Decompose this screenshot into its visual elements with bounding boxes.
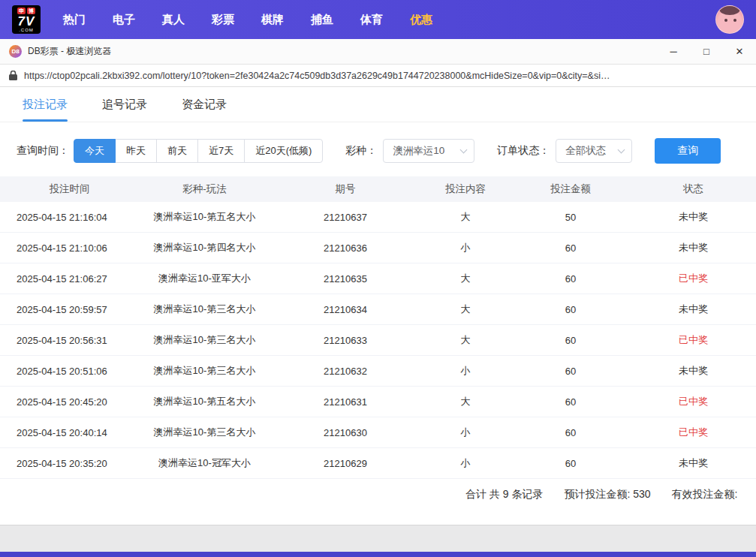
table-row: 2025-04-15 21:10:06澳洲幸运10-第四名大小21210636小… — [0, 233, 756, 263]
cell-issue: 21210633 — [270, 335, 420, 346]
lottery-select[interactable]: 澳洲幸运10 — [383, 139, 474, 163]
summary-inner: 合计 共 9 条记录 预计投注金额: 530 有效投注金额: — [465, 479, 738, 510]
nav-item-5[interactable]: 棋牌 — [261, 13, 284, 27]
time-filter-4[interactable]: 近7天 — [197, 139, 245, 163]
table-row: 2025-04-15 20:45:20澳洲幸运10-第五名大小21210631大… — [0, 387, 756, 417]
time-filter-3[interactable]: 前天 — [156, 139, 198, 163]
cell-amount: 60 — [511, 273, 631, 285]
status-filter-label: 订单状态： — [497, 144, 550, 158]
cell-time: 2025-04-15 21:06:27 — [0, 273, 139, 285]
nav-item-8[interactable]: 优惠 — [410, 13, 432, 27]
close-button[interactable]: ✕ — [723, 39, 756, 64]
table-row: 2025-04-15 20:56:31澳洲幸运10-第三名大小21210633大… — [0, 325, 756, 356]
cell-amount: 60 — [511, 335, 631, 346]
tab-3[interactable]: 资金记录 — [182, 87, 227, 122]
cell-amount: 50 — [511, 212, 631, 223]
cell-play: 澳洲幸运10-第三名大小 — [139, 364, 270, 378]
table-row: 2025-04-15 20:35:20澳洲幸运10-冠军大小21210629小6… — [0, 448, 756, 479]
cell-time: 2025-04-15 21:10:06 — [0, 242, 139, 254]
time-filter-2[interactable]: 昨天 — [115, 139, 157, 163]
cell-issue: 21210631 — [270, 396, 420, 408]
table-body: 2025-04-15 21:16:04澳洲幸运10-第五名大小21210637大… — [0, 202, 756, 479]
table-row: 2025-04-15 21:16:04澳洲幸运10-第五名大小21210637大… — [0, 202, 756, 233]
table-header: 投注时间彩种-玩法期号投注内容投注金额状态 — [0, 176, 756, 202]
cell-status: 未中奖 — [631, 210, 756, 224]
order-status-select-value: 全部状态 — [565, 144, 606, 158]
cell-amount: 60 — [511, 304, 631, 315]
site-logo-sub: .COM — [19, 28, 34, 32]
table-row: 2025-04-15 20:59:57澳洲幸运10-第三名大小21210634大… — [0, 294, 756, 325]
cell-play: 澳洲幸运10-第五名大小 — [139, 210, 270, 224]
nav-item-4[interactable]: 彩票 — [212, 13, 234, 27]
tab-1[interactable]: 投注记录 — [23, 87, 68, 122]
browser-tab-icon: D8 — [9, 45, 22, 58]
top-navigation: 申 博 7V .COM 热门电子真人彩票棋牌捕鱼体育优惠 — [0, 0, 756, 39]
nav-item-2[interactable]: 电子 — [113, 13, 135, 27]
cell-content: 大 — [420, 395, 511, 408]
cell-amount: 60 — [511, 242, 631, 254]
site-logo-cn: 申 博 — [17, 8, 35, 14]
column-header-5: 投注金额 — [511, 182, 631, 196]
summary-valid-amount: 有效投注金额: — [672, 488, 738, 501]
cell-issue: 21210629 — [270, 458, 420, 469]
summary-expected-amount: 预计投注金额: 530 — [564, 488, 650, 501]
cell-time: 2025-04-15 20:40:14 — [0, 427, 139, 438]
column-header-3: 期号 — [270, 182, 420, 196]
nav-item-6[interactable]: 捕鱼 — [311, 13, 333, 27]
cell-status: 已中奖 — [631, 333, 756, 347]
order-status-select[interactable]: 全部状态 — [556, 139, 632, 163]
cell-content: 大 — [420, 333, 511, 347]
cell-content: 小 — [420, 456, 511, 470]
cell-amount: 60 — [511, 366, 631, 377]
browser-title: DB彩票 - 极速浏览器 — [28, 45, 657, 58]
url-text[interactable]: https://ctop02pcali.2kbxi392.com/lottery… — [24, 71, 747, 81]
cell-content: 小 — [420, 241, 511, 254]
nav-item-3[interactable]: 真人 — [162, 13, 185, 27]
cell-play: 澳洲幸运10-第四名大小 — [139, 241, 270, 254]
column-header-6: 状态 — [631, 182, 756, 196]
site-logo-main: 7V — [18, 15, 35, 28]
cell-time: 2025-04-15 20:59:57 — [0, 304, 139, 315]
nav-item-7[interactable]: 体育 — [360, 13, 383, 27]
cell-play: 澳洲幸运10-第三名大小 — [139, 333, 270, 347]
cell-content: 大 — [420, 210, 511, 224]
nav-item-1[interactable]: 热门 — [63, 13, 86, 27]
column-header-1: 投注时间 — [0, 182, 139, 196]
site-logo-cn-2: 博 — [27, 8, 35, 14]
cell-status: 已中奖 — [631, 426, 756, 439]
time-filter-1[interactable]: 今天 — [74, 139, 116, 163]
summary-total: 合计 共 9 条记录 — [465, 488, 543, 501]
cell-content: 大 — [420, 303, 511, 316]
cell-play: 澳洲幸运10-冠军大小 — [139, 456, 270, 470]
query-button[interactable]: 查询 — [655, 138, 721, 164]
column-header-2: 彩种-玩法 — [139, 182, 270, 196]
time-filter-group: 今天昨天前天近7天近20天(低频) — [74, 139, 323, 163]
cell-play: 澳洲幸运10-第三名大小 — [139, 303, 270, 316]
screen: 申 博 7V .COM 热门电子真人彩票棋牌捕鱼体育优惠 D8 DB彩票 - 极… — [0, 0, 756, 557]
column-header-4: 投注内容 — [420, 182, 511, 196]
maximize-button[interactable]: □ — [690, 39, 723, 64]
main-menu: 热门电子真人彩票棋牌捕鱼体育优惠 — [63, 13, 715, 27]
minimize-button[interactable]: ─ — [657, 39, 690, 64]
user-avatar[interactable] — [715, 5, 744, 34]
address-bar: https://ctop02pcali.2kbxi392.com/lottery… — [0, 65, 756, 87]
cell-time: 2025-04-15 20:45:20 — [0, 396, 139, 408]
window-controls: ─ □ ✕ — [657, 39, 756, 64]
page-content: 投注记录追号记录资金记录 查询时间： 今天昨天前天近7天近20天(低频) 彩种：… — [0, 87, 756, 525]
tab-2[interactable]: 追号记录 — [102, 87, 147, 122]
cell-time: 2025-04-15 20:51:06 — [0, 366, 139, 377]
cell-issue: 21210637 — [270, 212, 420, 223]
cell-play: 澳洲幸运10-亚军大小 — [139, 272, 270, 285]
lock-icon — [9, 71, 17, 80]
cell-play: 澳洲幸运10-第五名大小 — [139, 395, 270, 408]
cell-issue: 21210630 — [270, 427, 420, 438]
chevron-down-icon — [618, 146, 625, 153]
filter-bar: 查询时间： 今天昨天前天近7天近20天(低频) 彩种： 澳洲幸运10 订单状态：… — [0, 122, 756, 176]
cell-amount: 60 — [511, 427, 631, 438]
cell-status: 未中奖 — [631, 364, 756, 378]
cell-content: 小 — [420, 364, 511, 378]
table-row: 2025-04-15 21:06:27澳洲幸运10-亚军大小21210635大6… — [0, 263, 756, 294]
time-filter-5[interactable]: 近20天(低频) — [244, 139, 323, 163]
cell-issue: 21210634 — [270, 304, 420, 315]
site-logo[interactable]: 申 博 7V .COM — [12, 5, 41, 34]
